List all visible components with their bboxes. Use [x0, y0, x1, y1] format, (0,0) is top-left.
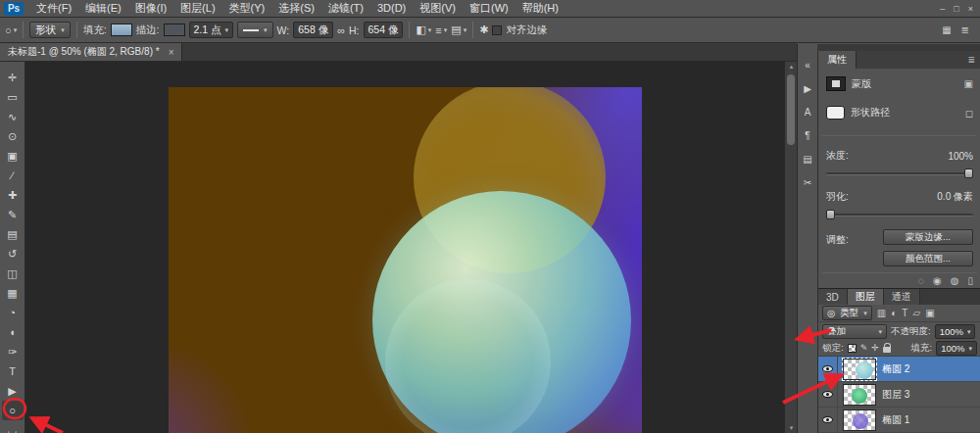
- add-vector-mask-icon[interactable]: ◻: [965, 108, 973, 119]
- density-slider-knob[interactable]: [964, 168, 973, 178]
- layer-thumbnail[interactable]: [843, 384, 876, 406]
- density-value[interactable]: 100%: [948, 151, 973, 162]
- filter-pixel-layers-icon[interactable]: ▥: [877, 308, 886, 318]
- character-panel-icon[interactable]: A: [800, 107, 815, 118]
- panel-menu-icon[interactable]: ≣: [967, 55, 980, 65]
- dodge-tool[interactable]: ◖: [2, 322, 24, 342]
- tool-preset-ellipse-icon[interactable]: ○ ▾: [5, 24, 17, 36]
- layer-row-ellipse-2[interactable]: 椭圆 2: [818, 357, 980, 382]
- workspace-icon[interactable]: ▦: [942, 24, 951, 35]
- feather-value[interactable]: 0.0 像素: [937, 190, 973, 204]
- add-pixel-mask-icon[interactable]: ▣: [964, 78, 973, 89]
- document-canvas[interactable]: [169, 87, 642, 433]
- path-arrangement-icon[interactable]: ▤ ▾: [451, 24, 466, 36]
- fill-swatch[interactable]: [111, 24, 132, 36]
- lasso-tool[interactable]: ∿: [2, 107, 24, 126]
- shape-width-field[interactable]: 658 像: [293, 22, 333, 38]
- document-tab[interactable]: 未标题-1 @ 50% (椭圆 2, RGB/8) * ×: [0, 43, 182, 61]
- canvas-area[interactable]: [25, 62, 784, 433]
- minimize-button[interactable]: –: [940, 4, 945, 14]
- disable-mask-icon[interactable]: ◍: [951, 275, 959, 286]
- menu-view[interactable]: 视图(V): [413, 0, 463, 17]
- menu-window[interactable]: 窗口(W): [463, 0, 515, 17]
- menu-edit[interactable]: 编辑(E): [78, 0, 128, 17]
- pen-tool[interactable]: ✑: [2, 342, 24, 361]
- delete-mask-icon[interactable]: ▯: [967, 275, 973, 286]
- quick-selection-tool[interactable]: ⊙: [2, 126, 24, 146]
- brush-tool[interactable]: ✎: [2, 205, 24, 224]
- menu-help[interactable]: 帮助(H): [515, 0, 565, 17]
- type-tool[interactable]: T: [2, 361, 24, 381]
- close-button[interactable]: ×: [968, 4, 973, 14]
- color-range-button[interactable]: 颜色范围...: [883, 251, 973, 266]
- lock-transparency-icon[interactable]: [848, 344, 857, 353]
- shape-height-field[interactable]: 654 像: [364, 22, 404, 38]
- tab-layers[interactable]: 图层: [848, 289, 884, 305]
- menu-file[interactable]: 文件(F): [29, 0, 78, 17]
- layer-thumbnail[interactable]: [843, 409, 876, 431]
- link-dimensions-icon[interactable]: ∞: [337, 24, 345, 36]
- menu-3d[interactable]: 3D(D): [370, 0, 413, 17]
- filter-shape-layers-icon[interactable]: ▱: [912, 308, 920, 318]
- mask-edge-button[interactable]: 蒙版边缘...: [883, 229, 973, 245]
- tab-channels[interactable]: 通道: [884, 289, 920, 305]
- lock-all-icon[interactable]: [883, 347, 891, 353]
- close-tab-icon[interactable]: ×: [169, 47, 174, 58]
- ellipse-tool[interactable]: ○: [2, 401, 24, 420]
- blend-mode-select[interactable]: 叠加 ▾: [822, 324, 887, 339]
- visibility-toggle[interactable]: [818, 357, 838, 381]
- stroke-swatch[interactable]: [164, 24, 185, 36]
- lock-position-icon[interactable]: ✛: [871, 343, 879, 353]
- paragraph-panel-icon[interactable]: ¶: [800, 130, 815, 141]
- rectangular-marquee-tool[interactable]: ▭: [2, 87, 24, 107]
- visibility-toggle[interactable]: [818, 382, 838, 407]
- eraser-tool[interactable]: ◫: [2, 264, 24, 283]
- filter-adjustment-layers-icon[interactable]: ◐: [891, 308, 897, 318]
- shape-path-icon[interactable]: [826, 106, 845, 120]
- timeline-panel-icon[interactable]: ✂: [800, 177, 815, 188]
- layer-thumbnail[interactable]: [843, 359, 876, 380]
- maximize-button[interactable]: □: [954, 4, 958, 14]
- density-slider[interactable]: [826, 172, 973, 175]
- feather-slider[interactable]: [826, 214, 973, 216]
- tab-3d[interactable]: 3D: [818, 289, 848, 305]
- feather-slider-knob[interactable]: [826, 210, 835, 219]
- stroke-style-select[interactable]: ▾: [237, 22, 273, 38]
- collapse-panels-icon[interactable]: «: [800, 60, 815, 71]
- eyedropper-tool[interactable]: ∕: [2, 166, 24, 185]
- layer-row-layer-3[interactable]: 图层 3: [818, 382, 980, 408]
- blur-tool[interactable]: ◔: [2, 303, 24, 322]
- vertical-scrollbar[interactable]: ▲ ▼: [784, 62, 797, 433]
- clone-stamp-tool[interactable]: ▤: [2, 224, 24, 244]
- path-operations-icon[interactable]: ◧ ▾: [416, 24, 431, 36]
- layer-row-ellipse-1[interactable]: 椭圆 1: [818, 408, 980, 433]
- panel-menu-icon[interactable]: ≣: [961, 24, 969, 35]
- hand-tool[interactable]: ◡: [2, 420, 24, 433]
- healing-brush-tool[interactable]: ✚: [2, 185, 24, 205]
- gear-icon[interactable]: ✱: [479, 24, 488, 36]
- menu-image[interactable]: 图像(I): [128, 0, 173, 17]
- menu-select[interactable]: 选择(S): [271, 0, 321, 17]
- load-mask-selection-icon[interactable]: ◌: [918, 275, 924, 286]
- filter-type-layers-icon[interactable]: T: [902, 308, 907, 318]
- scrollbar-thumb[interactable]: [787, 74, 795, 145]
- path-selection-tool[interactable]: ▶: [2, 381, 24, 401]
- mask-thumbnail-icon[interactable]: [826, 76, 846, 91]
- crop-tool[interactable]: ▣: [2, 146, 24, 166]
- menu-layer[interactable]: 图层(L): [173, 0, 221, 17]
- stroke-width-field[interactable]: 2.1 点 ▾: [189, 22, 234, 38]
- path-alignment-icon[interactable]: ≡ ▾: [435, 24, 447, 36]
- filter-smart-object-icon[interactable]: ▣: [925, 308, 934, 318]
- tab-properties[interactable]: 属性: [818, 51, 857, 69]
- lock-paint-icon[interactable]: ✎: [860, 343, 868, 353]
- visibility-toggle[interactable]: [818, 408, 838, 432]
- layer-filter-select[interactable]: ◎ 类型 ▾: [822, 306, 872, 320]
- apply-mask-icon[interactable]: ◉: [933, 275, 942, 286]
- gradient-tool[interactable]: ▦: [2, 283, 24, 303]
- actions-panel-icon[interactable]: ▶: [800, 83, 815, 94]
- history-brush-tool[interactable]: ↺: [2, 244, 24, 264]
- align-edges-checkbox[interactable]: [492, 25, 502, 35]
- info-panel-icon[interactable]: ▤: [800, 154, 815, 165]
- opacity-field[interactable]: 100% ▾: [935, 324, 976, 339]
- move-tool[interactable]: ✛: [2, 68, 24, 87]
